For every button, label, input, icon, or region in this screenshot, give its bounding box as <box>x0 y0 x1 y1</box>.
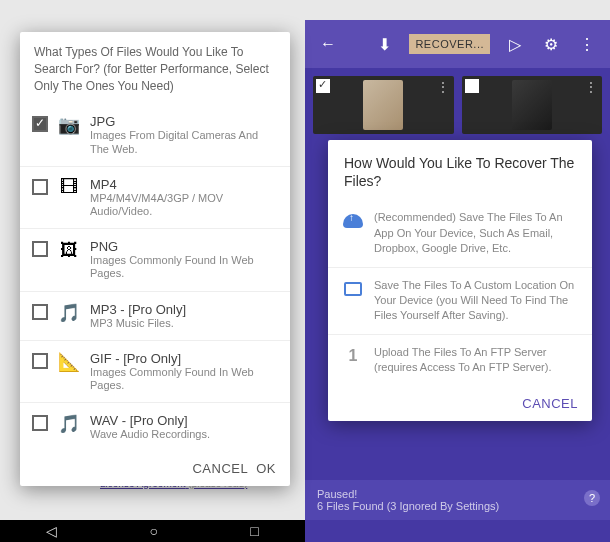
file-type-desc: Wave Audio Recordings. <box>90 428 278 441</box>
recover-option-cloud[interactable]: (Recommended) Save The Files To An App O… <box>328 200 592 267</box>
file-type-item-mp4[interactable]: 🎞 MP4 MP4/M4V/M4A/3GP / MOV Audio/Video. <box>20 167 290 229</box>
recent-nav-icon[interactable]: □ <box>250 523 258 539</box>
cloud-upload-icon <box>342 210 364 232</box>
image-icon: 🖼 <box>58 239 80 261</box>
file-type-name: WAV - [Pro Only] <box>90 413 278 428</box>
recover-option-desc: (Recommended) Save The Files To An App O… <box>374 210 578 256</box>
status-line1: Paused! <box>317 488 598 500</box>
thumbnail-item[interactable]: ⋮ <box>462 76 603 134</box>
folder-icon <box>342 278 364 300</box>
checkbox[interactable] <box>32 415 48 431</box>
recover-dialog-title: How Would You Like To Recover The Files? <box>328 140 592 200</box>
thumb-image <box>363 80 403 130</box>
dialog-actions: CANCEL OK <box>20 451 290 486</box>
file-type-desc: Images Commonly Found In Web Pages. <box>90 254 278 280</box>
thumb-overflow-icon[interactable]: ⋮ <box>585 80 597 94</box>
thumbnail-row: ⋮ ⋮ <box>305 68 610 142</box>
thumbnail-item[interactable]: ⋮ <box>313 76 454 134</box>
file-type-item-wav[interactable]: 🎵 WAV - [Pro Only] Wave Audio Recordings… <box>20 403 290 451</box>
file-type-name: JPG <box>90 114 278 129</box>
recover-option-folder[interactable]: Save The Files To A Custom Location On Y… <box>328 268 592 335</box>
recover-button[interactable]: RECOVER... <box>409 34 490 54</box>
status-strip: Paused! 6 Files Found (3 Ignored By Sett… <box>305 480 610 520</box>
download-icon[interactable]: ⬇ <box>373 33 395 55</box>
file-type-name: PNG <box>90 239 278 254</box>
checkbox[interactable] <box>32 179 48 195</box>
checkbox[interactable] <box>32 353 48 369</box>
file-type-desc: Images From Digital Cameras And The Web. <box>90 129 278 155</box>
recover-option-desc: Save The Files To A Custom Location On Y… <box>374 278 578 324</box>
file-type-list: 📷 JPG Images From Digital Cameras And Th… <box>20 104 290 451</box>
music-icon: 🎵 <box>58 302 80 324</box>
cancel-button[interactable]: CANCEL <box>522 396 578 411</box>
gear-icon[interactable]: ⚙ <box>540 33 562 55</box>
ok-button[interactable]: OK <box>256 461 276 476</box>
file-type-name: GIF - [Pro Only] <box>90 351 278 366</box>
file-type-name: MP3 - [Pro Only] <box>90 302 278 317</box>
file-type-item-jpg[interactable]: 📷 JPG Images From Digital Cameras And Th… <box>20 104 290 166</box>
file-type-item-gif[interactable]: 📐 GIF - [Pro Only] Images Commonly Found… <box>20 341 290 403</box>
gif-icon: 📐 <box>58 351 80 373</box>
app-bar: ← ⬇ RECOVER... ▷ ⚙ ⋮ <box>305 20 610 68</box>
thumb-image <box>512 80 552 130</box>
checkbox[interactable] <box>32 241 48 257</box>
thumb-checkbox[interactable] <box>465 79 479 93</box>
dialog-title: What Types Of Files Would You Like To Se… <box>20 32 290 104</box>
number-icon: 1 <box>342 345 364 367</box>
back-nav-icon[interactable]: ◁ <box>46 523 57 539</box>
file-type-item-mp3[interactable]: 🎵 MP3 - [Pro Only] MP3 Music Files. <box>20 292 290 341</box>
cancel-button[interactable]: CANCEL <box>192 461 248 476</box>
file-type-item-png[interactable]: 🖼 PNG Images Commonly Found In Web Pages… <box>20 229 290 291</box>
status-line2: 6 Files Found (3 Ignored By Settings) <box>317 500 598 512</box>
recover-dialog-actions: CANCEL <box>328 386 592 421</box>
home-nav-icon[interactable]: ○ <box>150 523 158 539</box>
thumb-overflow-icon[interactable]: ⋮ <box>437 80 449 94</box>
recover-options-list: (Recommended) Save The Files To An App O… <box>328 200 592 385</box>
file-type-desc: Images Commonly Found In Web Pages. <box>90 366 278 392</box>
checkbox[interactable] <box>32 116 48 132</box>
recover-option-desc: Upload The Files To An FTP Server (requi… <box>374 345 578 376</box>
thumb-checkbox[interactable] <box>316 79 330 93</box>
file-type-desc: MP4/M4V/M4A/3GP / MOV Audio/Video. <box>90 192 278 218</box>
music-icon: 🎵 <box>58 413 80 435</box>
camera-icon: 📷 <box>58 114 80 136</box>
file-type-desc: MP3 Music Files. <box>90 317 278 330</box>
checkbox[interactable] <box>32 304 48 320</box>
help-icon[interactable]: ? <box>584 490 600 506</box>
overflow-icon[interactable]: ⋮ <box>576 33 598 55</box>
nav-bar-left: ◁ ○ □ <box>0 520 305 542</box>
file-type-name: MP4 <box>90 177 278 192</box>
play-icon[interactable]: ▷ <box>504 33 526 55</box>
back-icon[interactable]: ← <box>317 33 339 55</box>
recover-dialog: How Would You Like To Recover The Files?… <box>328 140 592 421</box>
film-icon: 🎞 <box>58 177 80 199</box>
recover-option-ftp[interactable]: 1 Upload The Files To An FTP Server (req… <box>328 335 592 386</box>
file-types-dialog: What Types Of Files Would You Like To Se… <box>20 32 290 486</box>
